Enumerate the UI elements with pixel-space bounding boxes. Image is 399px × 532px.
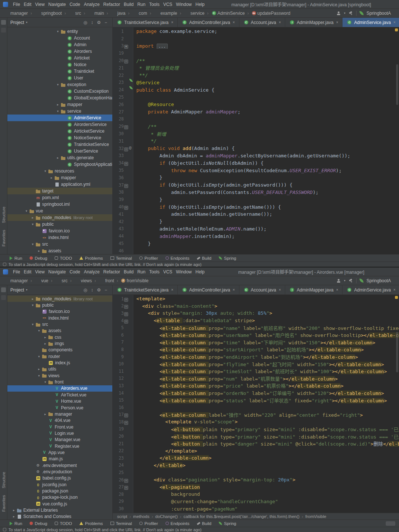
tree-item[interactable]: src — [7, 321, 112, 327]
tree-chevron-icon[interactable] — [30, 242, 35, 246]
tree-item[interactable]: Airorders.vue — [7, 385, 112, 392]
menu-item[interactable]: Edit — [22, 2, 33, 7]
tree-chevron-icon[interactable] — [30, 297, 35, 301]
editor-tab[interactable]: TrainticketService.java — [113, 18, 178, 27]
breadcrumb-item[interactable]: main — [81, 11, 104, 16]
menu-item[interactable]: Run — [136, 269, 147, 274]
editor-tab[interactable]: AdminMapper.java — [285, 18, 342, 27]
toolwindow-button[interactable]: Problems — [79, 521, 103, 526]
menu-item[interactable]: Analyze — [82, 269, 102, 274]
fold-marker-icon[interactable] — [124, 484, 129, 490]
code-line[interactable]: 2 <div class="main-content"> — [113, 303, 399, 310]
structure-toolwindow-button[interactable]: Structure — [1, 472, 6, 488]
close-tab-icon[interactable] — [171, 288, 173, 292]
menu-item[interactable]: Help — [194, 2, 207, 7]
toolwindow-button[interactable]: Spring — [219, 256, 236, 260]
panel-action-icon[interactable] — [83, 288, 87, 292]
code-line[interactable]: 46 — [113, 247, 399, 254]
breadcrumb-item[interactable]: front — [92, 278, 114, 283]
menu-item[interactable]: Window — [174, 269, 194, 274]
code-line[interactable]: 8 <el-table-column prop="startAirport" l… — [113, 346, 399, 353]
editor-tab[interactable]: AdminController.java — [178, 18, 239, 27]
build-hammer-icon[interactable] — [348, 279, 353, 283]
menu-item[interactable]: Build — [122, 2, 136, 7]
code-line[interactable]: 22 **/ — [113, 72, 399, 79]
tree-item[interactable]: vue.config.js — [7, 501, 112, 507]
tree-item[interactable]: Register.vue — [7, 443, 112, 449]
tree-item[interactable]: Trainticket — [7, 68, 112, 75]
toolwindow-button[interactable]: TODO — [55, 521, 72, 526]
tree-chevron-icon[interactable] — [55, 30, 61, 33]
tree-item[interactable]: User — [7, 75, 112, 81]
tree-item[interactable]: Airticket — [7, 55, 112, 61]
tree-item[interactable]: AirticketService — [7, 128, 112, 134]
toolwindow-button[interactable]: Terminal — [110, 256, 132, 260]
tree-item[interactable]: AdminService — [7, 115, 112, 121]
tree-item[interactable]: exception — [7, 81, 112, 88]
fold-marker-icon[interactable] — [124, 43, 129, 49]
tree-item[interactable]: node_modules library root — [7, 296, 112, 302]
editor-breadcrumb-item[interactable]: callback for this.$request.post('/air...… — [178, 514, 300, 519]
breadcrumb-item[interactable]: manager — [4, 278, 28, 283]
fold-marker-icon[interactable] — [124, 204, 129, 210]
tree-item[interactable]: Account — [7, 35, 112, 41]
chevron-down-icon[interactable]: ▾ — [344, 279, 345, 282]
code-line[interactable]: 9 <el-table-column prop="endAirport" lab… — [113, 353, 399, 361]
code-line[interactable]: 12 <el-table-column prop="num" label="机票… — [113, 375, 399, 382]
tree-chevron-icon[interactable] — [36, 329, 42, 332]
tree-item[interactable]: favicon.ico — [7, 308, 112, 315]
tree-item[interactable]: views — [7, 372, 112, 379]
tree-item[interactable]: css — [7, 334, 112, 340]
menu-item[interactable]: Analyze — [82, 2, 102, 7]
code-line[interactable]: 40 if (ObjectUtil.isEmpty(admin.getName(… — [113, 203, 399, 211]
code-line[interactable]: 2 — [113, 35, 399, 42]
breadcrumb-item[interactable]: example — [147, 11, 177, 16]
fold-marker-icon[interactable] — [124, 123, 129, 129]
tree-item[interactable]: assets — [7, 248, 112, 254]
editor-breadcrumb-item[interactable]: doChange() — [149, 514, 178, 519]
editor-tab[interactable]: Account.java — [239, 18, 286, 27]
tree-item[interactable]: .env.production — [7, 468, 112, 475]
tree-chevron-icon[interactable] — [42, 335, 48, 339]
tree-item[interactable]: TrainticketService — [7, 141, 112, 148]
tree-item[interactable]: index.js — [7, 359, 112, 366]
menu-item[interactable]: Refactor — [102, 2, 122, 7]
tree-chevron-icon[interactable] — [24, 209, 29, 213]
tree-item[interactable]: .env.development — [7, 462, 112, 468]
code-line[interactable]: 30 * 新增 — [113, 130, 399, 137]
menu-item[interactable]: Window — [174, 2, 194, 7]
fold-marker-icon[interactable] — [124, 477, 129, 483]
menu-item[interactable]: Navigate — [47, 269, 68, 274]
tree-item[interactable]: entity — [7, 28, 112, 35]
panel-action-icon[interactable] — [105, 288, 107, 292]
code-line[interactable]: 20 <el-button plain type="primary" size=… — [113, 433, 399, 440]
breadcrumb-item[interactable]: java — [104, 11, 125, 16]
panel-action-icon[interactable] — [97, 288, 101, 292]
breadcrumb-item[interactable]: springboot — [28, 11, 62, 16]
code-line[interactable]: 31 */ — [113, 137, 399, 145]
user-icon[interactable] — [337, 279, 341, 283]
breadcrumb-item[interactable]: fromVisible — [114, 278, 149, 283]
structure-toolwindow-button[interactable]: Structure — [1, 207, 6, 223]
tree-chevron-icon[interactable] — [42, 342, 48, 345]
fold-marker-icon[interactable] — [124, 160, 129, 166]
toolwindow-button[interactable]: Run — [10, 256, 22, 260]
editor-tab[interactable]: AdminController.java — [178, 285, 239, 294]
menu-item[interactable]: File — [11, 269, 22, 274]
editor-tab[interactable]: TrainticketService.java — [113, 285, 178, 294]
code-line[interactable]: 19 — [113, 50, 399, 57]
editor-tab[interactable]: AdminService.java — [342, 18, 399, 27]
close-tab-icon[interactable] — [233, 288, 235, 292]
panel-action-icon[interactable] — [91, 288, 93, 292]
code-line[interactable]: 38 admin.setPassword(Constants.USER_DEFA… — [113, 189, 399, 196]
breadcrumb-item[interactable]: manager — [4, 11, 28, 16]
editor-scrollbar[interactable] — [395, 27, 399, 254]
code-line[interactable]: 4 <el-table :data="tableData" stripe> — [113, 317, 399, 324]
menu-item[interactable]: Help — [194, 269, 207, 274]
code-line[interactable]: 29 @current-change="handleCurrentChange" — [113, 498, 399, 505]
menu-item[interactable]: File — [11, 2, 22, 7]
tree-item[interactable]: target — [7, 188, 112, 194]
menu-item[interactable]: Refactor — [102, 269, 122, 274]
tree-item[interactable]: application.yml — [7, 181, 112, 188]
tree-item[interactable]: utils.generate — [7, 154, 112, 161]
